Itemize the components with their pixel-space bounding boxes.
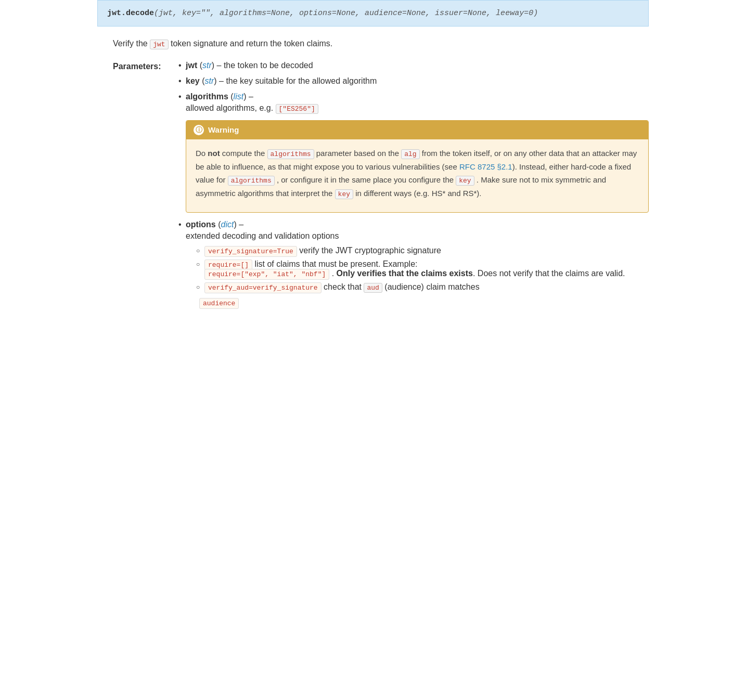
sub-options-list: verify_signature=True verify the JWT cry…	[186, 246, 649, 292]
param-jwt: jwt (str) – the token to be decoded	[181, 61, 649, 70]
warning-key-code-1: key	[456, 176, 474, 186]
params-label: Parameters:	[113, 61, 181, 307]
param-key-name: key	[186, 76, 200, 85]
require-bold: Only verifies that the claims exists	[337, 269, 473, 278]
function-params: (jwt, key="", algorithms=None, options=N…	[154, 9, 538, 18]
verify-aud-desc: check that	[324, 282, 364, 291]
param-options-type: dict	[221, 220, 234, 229]
warning-box: ⓘ Warning Do not compute the algorithms …	[186, 120, 649, 213]
param-algorithms: algorithms (list) – allowed algorithms, …	[181, 92, 649, 213]
verify-signature-desc: verify the JWT cryptographic signature	[299, 246, 441, 255]
jwt-inline-code: jwt	[150, 40, 168, 49]
audience-code: audience	[199, 298, 239, 309]
algorithms-subdesc: allowed algorithms, e.g.	[186, 103, 276, 112]
param-key: key (str) – the key suitable for the all…	[181, 76, 649, 86]
param-algorithms-type: list	[234, 92, 244, 101]
params-list: jwt (str) – the token to be decoded key …	[181, 61, 649, 292]
warning-body: Do not compute the algorithms parameter …	[186, 139, 648, 212]
options-subdesc: extended decoding and validation options	[186, 231, 339, 240]
warning-icon: ⓘ	[194, 125, 204, 135]
param-options-desc: extended decoding and validation options…	[186, 231, 649, 292]
sub-option-require: require=[] list of claims that must be p…	[196, 260, 649, 278]
warning-key-code-2: key	[335, 189, 353, 199]
warning-algorithms-code-1: algorithms	[267, 149, 314, 159]
page-container: jwt.decode(jwt, key="", algorithms=None,…	[87, 0, 659, 339]
verify-aud-desc2: (audience) claim matches	[384, 282, 479, 291]
audience-row: audience	[181, 298, 649, 307]
sub-option-verify-aud: verify_aud=verify_signature check that a…	[196, 282, 649, 292]
rfc-link[interactable]: RFC 8725 §2.1	[459, 162, 512, 171]
param-options-dash: –	[239, 220, 243, 229]
param-options-name: options	[186, 220, 216, 229]
sub-option-verify-signature: verify_signature=True verify the JWT cry…	[196, 246, 649, 255]
param-jwt-desc: – the token to be decoded	[217, 61, 313, 70]
function-name: jwt.decode	[107, 9, 154, 18]
aud-code: aud	[364, 283, 382, 293]
require-extra: . Only verifies that the claims exists. …	[332, 269, 625, 278]
warning-header: ⓘ Warning	[186, 121, 648, 139]
require-example-code: require=["exp", "iat", "nbf"]	[204, 269, 329, 280]
params-content: jwt (str) – the token to be decoded key …	[181, 61, 649, 307]
description-text-before: Verify the	[113, 39, 150, 48]
warning-algorithms-code-2: algorithms	[228, 176, 275, 186]
param-options: options (dict) – extended decoding and v…	[181, 220, 649, 292]
verify-aud-code: verify_aud=verify_signature	[204, 282, 321, 293]
param-jwt-name: jwt	[186, 61, 197, 70]
warning-text: Do not compute the algorithms parameter …	[196, 147, 639, 201]
verify-signature-code: verify_signature=True	[204, 246, 297, 257]
warning-title: Warning	[208, 125, 239, 134]
param-algorithms-desc: allowed algorithms, e.g. ["ES256"]	[186, 103, 649, 113]
description: Verify the jwt token signature and retur…	[97, 37, 649, 61]
params-section: Parameters: jwt (str) – the token to be …	[97, 61, 649, 307]
warning-alg-code: alg	[401, 149, 419, 159]
param-key-type: str	[204, 76, 214, 85]
algorithms-example-code: ["ES256"]	[276, 104, 318, 114]
description-text-after: token signature and return the token cla…	[169, 39, 333, 48]
require-desc: list of claims that must be present. Exa…	[254, 260, 417, 268]
param-algorithms-dash: –	[249, 92, 253, 101]
param-key-desc: – the key suitable for the allowed algor…	[219, 76, 377, 85]
warning-not-bold: not	[208, 149, 220, 158]
param-algorithms-name: algorithms	[186, 92, 228, 101]
param-jwt-type: str	[202, 61, 212, 70]
function-header: jwt.decode(jwt, key="", algorithms=None,…	[97, 0, 649, 27]
